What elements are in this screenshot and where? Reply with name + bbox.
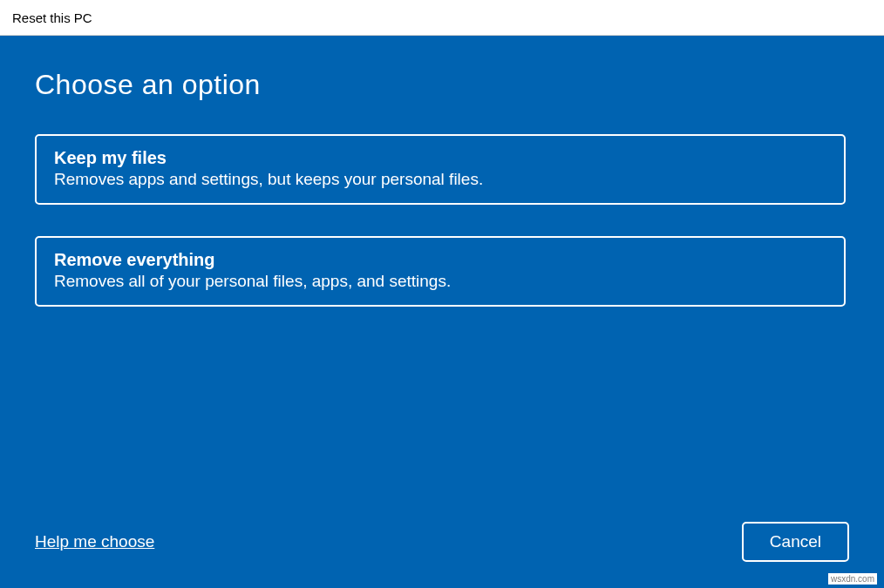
option-remove-description: Removes all of your personal files, apps… (54, 272, 826, 291)
option-remove-title: Remove everything (54, 250, 826, 270)
option-keep-description: Removes apps and settings, but keeps you… (54, 170, 826, 189)
option-keep-my-files[interactable]: Keep my files Removes apps and settings,… (35, 134, 846, 205)
option-keep-title: Keep my files (54, 148, 826, 168)
window-title: Reset this PC (12, 10, 92, 25)
dialog-footer: Help me choose Cancel (35, 522, 849, 562)
dialog-content: Choose an option Keep my files Removes a… (0, 36, 884, 588)
page-heading: Choose an option (35, 69, 849, 101)
watermark-text: wsxdn.com (828, 573, 877, 585)
help-me-choose-link[interactable]: Help me choose (35, 532, 154, 551)
cancel-button[interactable]: Cancel (742, 522, 849, 562)
option-remove-everything[interactable]: Remove everything Removes all of your pe… (35, 236, 846, 307)
window-title-bar: Reset this PC (0, 0, 884, 36)
